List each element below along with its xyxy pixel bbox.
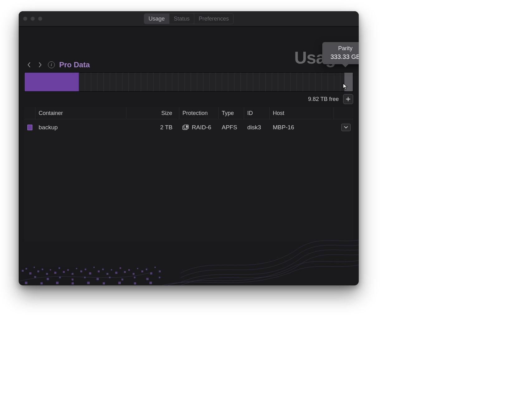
- window-close-button[interactable]: [23, 17, 27, 21]
- tooltip-value: 333.33 GB: [327, 53, 359, 61]
- info-button[interactable]: i: [48, 61, 55, 68]
- row-protection-label: RAID-6: [192, 124, 211, 131]
- row-protection: RAID-6: [179, 124, 219, 131]
- table-header-color[interactable]: [24, 107, 35, 119]
- app-window: Usage Status Preferences Usage i Pro Dat…: [19, 11, 359, 285]
- tab-status[interactable]: Status: [169, 14, 194, 24]
- usage-segment-free: [79, 73, 344, 91]
- chevron-left-icon: [27, 62, 31, 68]
- breadcrumb-title: Pro Data: [59, 60, 90, 69]
- table-row[interactable]: backup 2 TB RAID-6 APFS disk3 MBP-16: [24, 119, 353, 136]
- free-space-label: 9.82 TB free: [308, 96, 339, 103]
- chevron-right-icon: [38, 62, 42, 68]
- content-area: Usage i Pro Data 9.82 TB: [24, 26, 353, 280]
- table-header-size[interactable]: Size: [126, 107, 179, 119]
- tab-usage[interactable]: Usage: [144, 14, 169, 24]
- table-header-protection[interactable]: Protection: [179, 107, 219, 119]
- row-id: disk3: [244, 124, 270, 131]
- main-tabs: Usage Status Preferences: [144, 13, 234, 24]
- svg-rect-48: [56, 282, 59, 284]
- svg-rect-47: [40, 282, 43, 284]
- svg-rect-52: [118, 282, 121, 284]
- svg-rect-46: [25, 282, 27, 284]
- table-header-container[interactable]: Container: [35, 107, 126, 119]
- table-header-row: Container Size Protection Type ID Host: [24, 107, 353, 119]
- row-container-name: backup: [35, 124, 126, 131]
- usage-segment-used: [25, 73, 79, 91]
- titlebar: Usage Status Preferences: [19, 11, 359, 26]
- row-size: 2 TB: [126, 124, 179, 131]
- table-header-actions: [334, 107, 353, 119]
- nav-forward-button[interactable]: [37, 61, 44, 68]
- color-swatch-icon: [27, 125, 32, 130]
- chevron-down-icon: [344, 126, 348, 129]
- svg-rect-54: [149, 282, 152, 284]
- tooltip-title: Parity: [327, 45, 359, 52]
- table-header-id[interactable]: ID: [244, 107, 270, 119]
- svg-rect-51: [103, 282, 105, 284]
- usage-bar[interactable]: [24, 72, 353, 92]
- table-header-type[interactable]: Type: [219, 107, 244, 119]
- row-host: MBP-16: [270, 124, 334, 131]
- svg-rect-49: [72, 282, 74, 284]
- usage-segment-parity: [344, 73, 353, 91]
- plus-icon: [346, 97, 350, 101]
- add-container-button[interactable]: [343, 94, 353, 104]
- svg-rect-53: [134, 282, 136, 284]
- table-header-host[interactable]: Host: [270, 107, 334, 119]
- nav-back-button[interactable]: [26, 61, 32, 68]
- row-menu-button[interactable]: [341, 124, 351, 131]
- breadcrumb: i Pro Data: [24, 60, 353, 69]
- svg-rect-50: [87, 282, 90, 284]
- containers-table: Container Size Protection Type ID Host b…: [24, 107, 353, 242]
- window-zoom-button[interactable]: [38, 17, 42, 21]
- window-minimize-button[interactable]: [31, 17, 35, 21]
- window-controls: [19, 17, 42, 21]
- raid-icon: [182, 125, 189, 130]
- row-actions: [334, 124, 353, 131]
- row-type: APFS: [219, 124, 244, 131]
- tooltip-parity: Parity 333.33 GB: [322, 42, 359, 64]
- tab-preferences[interactable]: Preferences: [194, 14, 233, 24]
- svg-rect-2: [22, 270, 24, 272]
- row-color-swatch: [24, 125, 35, 130]
